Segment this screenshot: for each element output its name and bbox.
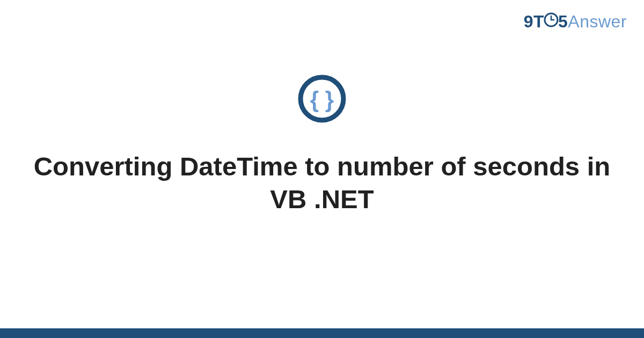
footer-bar	[0, 328, 644, 338]
svg-text:{ }: { }	[310, 87, 334, 112]
site-logo: 9T 5 Answer	[524, 12, 627, 32]
logo-text-5: 5	[558, 12, 568, 32]
clock-icon	[544, 12, 559, 27]
logo-text-answer: Answer	[568, 12, 627, 32]
braces-icon: { }	[297, 74, 347, 126]
page-title: Converting DateTime to number of seconds…	[0, 150, 644, 216]
logo-text-9t: 9T	[524, 12, 544, 32]
